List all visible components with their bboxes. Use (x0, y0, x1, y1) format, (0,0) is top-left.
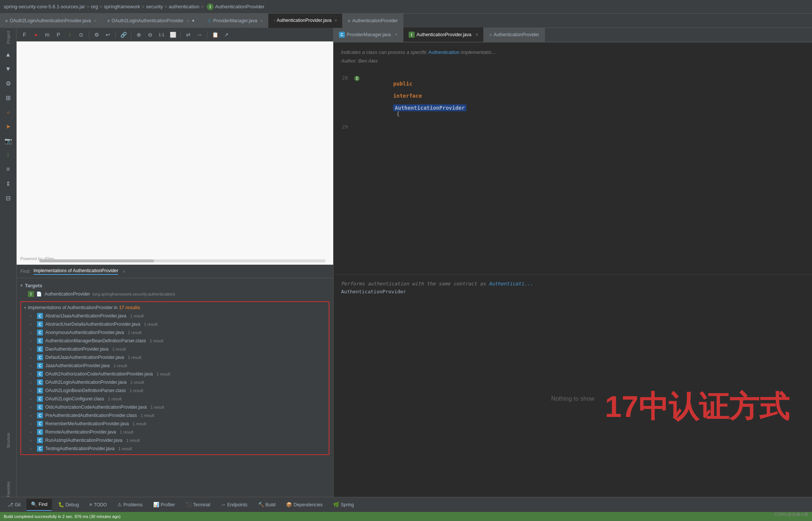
sidebar-icon-list[interactable]: ≡ (2, 163, 15, 176)
sidebar-icon-settings[interactable]: ⚙ (2, 77, 15, 90)
impl-item-jaas[interactable]: › C JaasAuthenticationProvider.java 1 re… (21, 362, 329, 370)
toolbar-export-btn[interactable]: ↗ (221, 30, 231, 40)
toolbar-p-btn[interactable]: P (54, 30, 63, 40)
tab-authentication-provider-java[interactable]: I AuthenticationProvider.java × (268, 14, 343, 28)
breadcrumb-jar[interactable]: spring-security-core-5.6.1-sources.jar (4, 4, 85, 9)
tab-close-3[interactable]: × (260, 18, 263, 23)
sidebar-icon-diff[interactable]: ⇕ (2, 177, 15, 190)
sidebar-icon-project[interactable]: Project (2, 31, 15, 44)
tab-close-4[interactable]: × (335, 18, 337, 23)
sidebar-icon-structure[interactable]: Structure (2, 433, 15, 448)
impl-name-4: AuthenticationManagerBeanDefinitionParse… (45, 338, 146, 343)
toolbar-zoom-out-btn[interactable]: ⊖ (145, 30, 155, 40)
results-panel[interactable]: ▾ Targets I 📄 AuthenticationProvider (or… (17, 278, 333, 497)
toolbar-m-btn[interactable]: m (42, 30, 52, 40)
impl-chevron-1: › (30, 314, 35, 318)
toolbar-red-btn[interactable]: ● (31, 30, 41, 40)
breadcrumb-security[interactable]: security (146, 4, 163, 9)
bottom-tab-problems[interactable]: ⚠ Problems (113, 499, 147, 511)
breadcrumb-sep-3: > (141, 4, 145, 9)
right-tab-authprovider-graph[interactable]: ≡ AuthenticationProvider (484, 28, 545, 42)
impl-item-oauth2authcode[interactable]: › C OAuth2AuthorizationCodeAuthenticatio… (21, 370, 329, 378)
targets-header[interactable]: ▾ Targets (17, 281, 333, 290)
debug-label: Debug (66, 502, 79, 507)
graph-scrollbar[interactable] (39, 259, 326, 262)
impl-item-preauthenticated[interactable]: › C PreAuthenticatedAuthenticationProvid… (21, 411, 329, 420)
toolbar-swap-btn[interactable]: ⇄ (183, 30, 193, 40)
impl-count-14: 1 result (132, 421, 146, 426)
breadcrumb-authentication[interactable]: authentication (169, 4, 199, 9)
tab-oauth2login-provider[interactable]: ≡ OAuth2LoginAuthenticationProvider × ▾ (102, 14, 203, 28)
watermark: CSDN @北城小淞 (775, 512, 808, 517)
sidebar-icon-down[interactable]: ▼ (2, 63, 15, 75)
impl-item-oauth2login[interactable]: › C OAuth2LoginAuthenticationProvider.ja… (21, 378, 329, 386)
impl-item-defaultjaas[interactable]: › C DefaultJaasAuthenticationProvider.ja… (21, 353, 329, 362)
sidebar-icon-camera[interactable]: 📷 (2, 134, 15, 147)
right-tab-providermanager[interactable]: C ProviderManager.java × (334, 28, 403, 42)
toolbar-zoom-in-btn[interactable]: ⊕ (134, 30, 144, 40)
breadcrumb-springframework[interactable]: springframework (104, 4, 140, 9)
bottom-tab-endpoints[interactable]: ↔ Endpoints (216, 499, 252, 511)
graph-scroll-thumb[interactable] (39, 259, 154, 262)
sidebar-icon-arrow-right[interactable]: ➤ (2, 120, 15, 133)
impl-item-oauth2loginbean[interactable]: › C OAuth2LoginBeanDefinitionParser.clas… (21, 386, 329, 395)
tab-oauth2login-provider-java[interactable]: ≡ OAuth2LoginAuthenticationProvider.java… (0, 14, 102, 28)
sidebar-icon-git[interactable]: ⬦ (2, 106, 15, 118)
toolbar-fit-btn[interactable]: ⬜ (168, 30, 178, 40)
impl-item-dao[interactable]: › C DaoAuthenticationProvider.java 1 res… (21, 345, 329, 353)
find-close-btn[interactable]: × (123, 269, 125, 274)
sidebar-icon-up[interactable]: ▲ (2, 48, 15, 61)
impl-chevron-13: › (30, 414, 35, 418)
impl-item-anonymous[interactable]: › C AnonymousAuthenticationProvider.java… (21, 328, 329, 337)
tab-provider-manager[interactable]: C ProviderManager.java × (203, 14, 268, 28)
tab-authentication-provider[interactable]: ≡ AuthenticationProvider (343, 14, 403, 28)
right-tab-close-2[interactable]: × (475, 32, 478, 37)
right-tab-label-2: AuthenticationProvider.java (417, 32, 471, 37)
toolbar-settings-btn[interactable]: ⚙ (92, 30, 102, 40)
impl-item-remote[interactable]: › C RemoteAuthenticationProvider.java 1 … (21, 428, 329, 436)
tab-close-1[interactable]: × (94, 18, 96, 23)
right-tab-authprovider[interactable]: I AuthenticationProvider.java × (403, 28, 484, 42)
impl-item-abstractuserdetails[interactable]: › C AbstractUserDetailsAuthenticationPro… (21, 320, 329, 328)
impl-item-oidcauthcode[interactable]: › C OidcAuthorizationCodeAuthenticationP… (21, 403, 329, 411)
sidebar-icon-info[interactable]: i (2, 149, 15, 161)
toolbar-undo-btn[interactable]: ↩ (103, 30, 113, 40)
authentication-link[interactable]: Authentication (428, 49, 459, 55)
impl-item-runas[interactable]: › C RunAsImplAuthenticationProvider.java… (21, 436, 329, 444)
bottom-tab-profiler[interactable]: 📊 Profiler (149, 499, 180, 511)
sidebar-icon-favorites[interactable]: Favorites (2, 481, 15, 497)
impl-item-oauth2loginconfigurer[interactable]: › C OAuth2LoginConfigurer.class 1 result (21, 395, 329, 403)
bottom-tab-find[interactable]: 🔍 Find (26, 499, 52, 511)
impl-item-authmanager[interactable]: › C AuthenticationManagerBeanDefinitionP… (21, 337, 329, 345)
toolbar-zoom-1-btn[interactable]: 1:1 (157, 30, 166, 40)
toolbar-i-btn[interactable]: I (65, 30, 75, 40)
impl-item-rememberme[interactable]: › C RememberMeAuthenticationProvider.jav… (21, 420, 329, 428)
breadcrumb-org[interactable]: org (91, 4, 98, 9)
bottom-tab-terminal[interactable]: ⬛ Terminal (181, 499, 215, 511)
targets-collapse-arrow[interactable]: ▾ (20, 283, 23, 288)
sidebar-icon-layers[interactable]: ⊟ (2, 192, 15, 204)
right-tab-close-1[interactable]: × (395, 32, 398, 37)
bottom-tab-git[interactable]: ⎇ Git (3, 499, 25, 511)
toolbar-link-btn[interactable]: 🔗 (118, 30, 128, 40)
bottom-tab-dependencies[interactable]: 📦 Dependencies (281, 499, 327, 511)
impl-item-abstractjaas[interactable]: › C AbstractJaasAuthenticationProvider.j… (21, 312, 329, 320)
bottom-tab-build[interactable]: 🔨 Build (254, 499, 280, 511)
right-tab-label-1: ProviderManager.java (347, 32, 391, 37)
authenticati-link[interactable]: Authenticati... (489, 281, 533, 287)
impl-collapse-arrow[interactable]: ▾ (24, 305, 26, 310)
bottom-tab-todo[interactable]: ≡ TODO (85, 499, 111, 511)
toolbar-f-btn[interactable]: F (20, 30, 29, 40)
tab-dropdown-2[interactable]: ▾ (189, 18, 197, 23)
toolbar-copy-btn[interactable]: 📋 (210, 30, 220, 40)
impl-item-testing[interactable]: › C TestingAuthenticationProvider.java 1… (21, 444, 329, 453)
impl-class-icon-7: C (37, 363, 43, 369)
target-item[interactable]: I 📄 AuthenticationProvider (org.springfr… (17, 290, 333, 298)
bottom-tab-debug[interactable]: 🐛 Debug (54, 499, 83, 511)
toolbar-eye-btn[interactable]: ⊙ (76, 30, 86, 40)
sidebar-icon-grid[interactable]: ⊞ (2, 91, 15, 104)
impl-name-2: AbstractUserDetailsAuthenticationProvide… (45, 322, 140, 327)
toolbar-expand-btn[interactable]: ↔ (195, 30, 205, 40)
find-tab[interactable]: Implementations of AuthenticationProvide… (34, 268, 118, 275)
bottom-tab-spring[interactable]: 🌿 Spring (329, 499, 358, 511)
